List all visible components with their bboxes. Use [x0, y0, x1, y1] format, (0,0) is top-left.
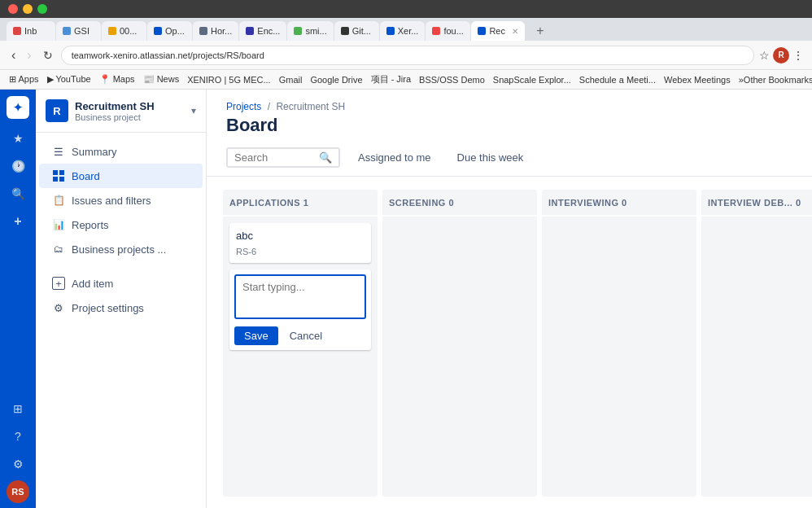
cancel-card-button[interactable]: Cancel: [283, 326, 329, 345]
board-columns: APPLICATIONS 1 abc RS-6: [223, 190, 812, 497]
traffic-light-green[interactable]: [37, 4, 47, 14]
breadcrumb: Projects / Recruitment SH: [226, 101, 792, 112]
page-header: Projects / Recruitment SH Board: [207, 90, 812, 141]
tab[interactable]: smi...: [287, 21, 333, 41]
url-bar[interactable]: teamwork-xeniro.atlassian.net/projects/R…: [61, 46, 754, 65]
sidebar-item-label: Reports: [72, 219, 109, 231]
tab-active[interactable]: Rec✕: [471, 21, 525, 41]
bookmark-xeniro[interactable]: XENIRO | 5G MEC...: [185, 75, 273, 85]
tab[interactable]: Op...: [147, 21, 192, 41]
project-type: Business project: [75, 112, 155, 122]
tab[interactable]: Xer...: [380, 21, 426, 41]
gs-settings-icon[interactable]: ⚙: [7, 453, 29, 475]
column-interview-deb: INTERVIEW DEB... 0: [701, 190, 812, 497]
tab[interactable]: GSI: [56, 21, 101, 41]
gs-help-icon[interactable]: ?: [7, 425, 29, 448]
assigned-to-me-button[interactable]: Assigned to me: [350, 147, 439, 168]
bookmark-apps[interactable]: ⊞ Apps: [7, 74, 41, 85]
breadcrumb-project-name: Recruitment SH: [276, 101, 345, 112]
svg-rect-2: [53, 177, 58, 182]
gs-starred-icon[interactable]: ★: [7, 127, 29, 150]
project-icon: R: [46, 99, 68, 122]
tab[interactable]: 00...: [102, 21, 146, 41]
tab-bar: Inb GSI 00... Op... Hor... Enc... smi...…: [0, 18, 812, 41]
gs-apps-icon[interactable]: ⊞: [7, 397, 29, 420]
gs-recent-icon[interactable]: 🕐: [7, 155, 29, 177]
forward-button[interactable]: ›: [24, 46, 34, 64]
board-card[interactable]: abc RS-6: [229, 223, 371, 263]
traffic-light-yellow[interactable]: [23, 4, 33, 14]
reload-button[interactable]: ↻: [40, 47, 56, 64]
sidebar-item-board[interactable]: Board: [39, 164, 203, 188]
bookmark-news[interactable]: 📰 News: [141, 74, 182, 85]
bookmark-other[interactable]: »Other Bookmarks: [736, 75, 812, 85]
traffic-light-red[interactable]: [8, 4, 18, 14]
menu-icon[interactable]: ⋮: [792, 49, 804, 62]
tab[interactable]: Git...: [334, 21, 379, 41]
sidebar-item-label: Project settings: [72, 302, 144, 314]
page-title: Board: [226, 115, 792, 136]
sidebar-item-reports[interactable]: 📊 Reports: [39, 212, 203, 237]
bookmark-youtube[interactable]: ▶ YouTube: [45, 74, 94, 85]
project-chevron-icon: ▾: [191, 105, 196, 116]
column-body-interviewing: [542, 217, 696, 497]
user-avatar[interactable]: RS: [7, 480, 29, 503]
bookmark-icon[interactable]: ☆: [759, 49, 770, 62]
address-bar: ‹ › ↻ teamwork-xeniro.atlassian.net/proj…: [0, 41, 812, 70]
sidebar-item-project-settings[interactable]: ⚙ Project settings: [39, 296, 203, 320]
bookmark-maps[interactable]: 📍 Maps: [97, 74, 138, 85]
card-key: RS-6: [236, 247, 365, 256]
sidebar-item-add-item[interactable]: + Add item: [39, 271, 203, 296]
bookmark-gmail[interactable]: Gmail: [277, 75, 305, 85]
column-title: APPLICATIONS 1: [229, 198, 308, 208]
due-this-week-button[interactable]: Due this week: [449, 147, 532, 168]
tab[interactable]: Enc...: [239, 21, 286, 41]
breadcrumb-separator: /: [268, 101, 270, 112]
breadcrumb-projects-link[interactable]: Projects: [226, 101, 261, 112]
bookmark-schedule[interactable]: Schedule a Meeti...: [577, 75, 658, 85]
tab[interactable]: fou...: [426, 21, 470, 41]
create-card-input[interactable]: [234, 274, 366, 319]
svg-rect-3: [59, 177, 64, 182]
sidebar-item-issues[interactable]: 📋 Issues and filters: [39, 188, 203, 212]
gs-create-icon[interactable]: +: [7, 210, 29, 233]
profile-icon[interactable]: R: [773, 47, 789, 64]
tab[interactable]: Hor...: [193, 21, 238, 41]
sidebar-item-summary[interactable]: ☰ Summary: [39, 139, 203, 164]
column-body-screening: [382, 217, 537, 497]
sidebar-nav: ☰ Summary Board 📋 Issues and filters 📊 R…: [36, 133, 206, 326]
column-title: SCREENING 0: [389, 198, 454, 208]
summary-icon: ☰: [52, 145, 65, 158]
project-header[interactable]: R Recruitment SH Business project ▾: [36, 90, 206, 133]
card-title: abc: [236, 230, 365, 242]
column-interviewing: INTERVIEWING 0: [542, 190, 696, 497]
project-name: Recruitment SH: [75, 100, 155, 112]
save-card-button[interactable]: Save: [234, 326, 278, 345]
column-header-applications: APPLICATIONS 1: [223, 190, 378, 215]
new-tab-button[interactable]: +: [529, 21, 552, 41]
bookmarks-bar: ⊞ Apps ▶ YouTube 📍 Maps 📰 News XENIRO | …: [0, 70, 812, 90]
bookmark-jira[interactable]: 项目 - Jira: [369, 73, 414, 85]
create-card-form: Save Cancel: [229, 269, 371, 350]
sidebar-item-label: Business projects ...: [72, 243, 166, 256]
settings-icon: ⚙: [52, 301, 65, 314]
tab[interactable]: Inb: [7, 21, 55, 41]
reports-icon: 📊: [52, 218, 65, 231]
search-input[interactable]: [234, 151, 316, 164]
gs-search-icon[interactable]: 🔍: [7, 182, 29, 205]
global-sidebar: ✦ ★ 🕐 🔍 + ⊞ ? ⚙ RS: [0, 90, 36, 508]
back-button[interactable]: ‹: [8, 46, 19, 64]
svg-rect-1: [59, 170, 64, 175]
column-applications: APPLICATIONS 1 abc RS-6: [223, 190, 378, 497]
project-sidebar: R Recruitment SH Business project ▾ ☰ Su…: [36, 90, 207, 508]
sidebar-item-business-projects[interactable]: 🗂 Business projects ...: [39, 237, 203, 261]
browser-chrome: [0, 0, 812, 18]
bookmark-webex[interactable]: Webex Meetings: [661, 75, 733, 85]
column-body-interview-deb: [701, 217, 812, 497]
column-title: INTERVIEWING 0: [548, 198, 627, 208]
bookmark-gdrive[interactable]: Google Drive: [308, 75, 365, 85]
search-box[interactable]: 🔍: [226, 147, 340, 168]
board-toolbar: 🔍 Assigned to me Due this week: [207, 141, 812, 177]
bookmark-bss[interactable]: BSS/OSS Demo: [417, 75, 487, 85]
bookmark-snap[interactable]: SnapScale Explor...: [491, 75, 574, 85]
